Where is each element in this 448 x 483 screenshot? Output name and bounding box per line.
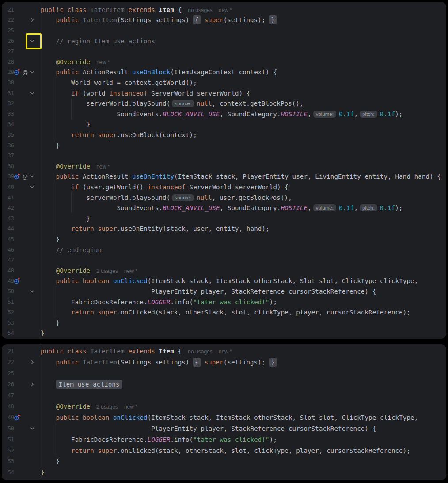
line-number[interactable]: 47 <box>4 392 14 399</box>
fold-chevron-down-icon[interactable] <box>30 426 35 430</box>
line-number[interactable]: 28 <box>4 59 14 65</box>
code-text[interactable]: public class TaterItem extends Item {no … <box>41 348 445 355</box>
line-number[interactable]: 52 <box>4 448 14 454</box>
fold-chevron-down-icon[interactable] <box>30 70 35 74</box>
code-text[interactable]: public TaterItem(Settings settings) { su… <box>41 359 445 366</box>
fold-chevron-right-icon[interactable] <box>30 17 34 23</box>
override-icon[interactable] <box>14 173 21 180</box>
code-text[interactable]: } <box>41 236 445 243</box>
line-number[interactable]: 46 <box>4 247 14 253</box>
code-text[interactable]: } <box>41 142 445 149</box>
line-number[interactable]: 33 <box>4 111 14 117</box>
line-number[interactable]: 44 <box>4 226 14 232</box>
code-text[interactable]: PlayerEntity player, StackReference curs… <box>41 425 445 432</box>
line-number[interactable]: 27 <box>4 48 14 54</box>
override-icon[interactable] <box>14 277 21 284</box>
code-text[interactable]: } <box>41 215 445 222</box>
token-keyword: null <box>197 194 212 201</box>
line-number[interactable]: 45 <box>4 236 14 242</box>
line-number[interactable]: 47 <box>4 257 14 263</box>
line-number[interactable]: 51 <box>4 299 14 305</box>
line-number[interactable]: 31 <box>4 90 14 96</box>
line-number[interactable]: 53 <box>4 320 14 326</box>
code-text[interactable]: return super.useOnBlock(context); <box>41 131 445 138</box>
code-text[interactable]: PlayerEntity player, StackReference curs… <box>41 288 445 295</box>
line-number[interactable]: 43 <box>4 215 14 222</box>
code-text[interactable]: } <box>41 330 445 337</box>
code-text[interactable]: SoundEvents.BLOCK_ANVIL_USE, SoundCatego… <box>41 111 445 118</box>
code-text[interactable]: return super.onClicked(stack, otherStack… <box>41 447 445 454</box>
code-text[interactable]: } <box>41 458 445 465</box>
line-number[interactable]: 35 <box>4 132 14 138</box>
code-text[interactable]: public boolean onClicked(ItemStack stack… <box>41 414 445 421</box>
code-text[interactable]: @Override2 usagesnew * <box>41 403 445 410</box>
fold-chevron-down-icon[interactable] <box>30 289 35 293</box>
code-text[interactable]: @Overridenew * <box>41 163 445 170</box>
fold-chevron-down-icon[interactable] <box>30 39 35 43</box>
code-text[interactable]: if (world instanceof ServerWorld serverW… <box>41 90 445 97</box>
line-number[interactable]: 26 <box>4 38 14 44</box>
line-number[interactable]: 36 <box>4 142 14 149</box>
code-text[interactable]: public ActionResult useOnEntity(ItemStac… <box>41 173 445 180</box>
line-number[interactable]: 34 <box>4 121 14 127</box>
fold-chevron-down-icon[interactable] <box>30 185 35 189</box>
annotation-icon[interactable]: @ <box>22 173 28 180</box>
line-number[interactable]: 22 <box>4 359 14 365</box>
line-number[interactable]: 26 <box>4 381 14 387</box>
code-text[interactable]: public boolean onClicked(ItemStack stack… <box>41 277 445 284</box>
line-number[interactable]: 50 <box>4 426 14 432</box>
line-number[interactable]: 22 <box>4 17 14 23</box>
code-text[interactable]: serverWorld.playSound(source:null, user.… <box>41 194 445 201</box>
override-icon[interactable] <box>14 69 21 76</box>
code-text[interactable]: if (user.getWorld() instanceof ServerWor… <box>41 184 445 191</box>
line-number[interactable]: 32 <box>4 100 14 107</box>
code-text[interactable]: FabricDocsReference.LOGGER.info("tater w… <box>41 436 445 443</box>
line-number[interactable]: 41 <box>4 195 14 201</box>
line-number[interactable]: 49 <box>4 278 14 284</box>
code-text[interactable]: @Override2 usagesnew * <box>41 267 445 274</box>
line-number[interactable]: 49 <box>4 414 14 421</box>
line-number[interactable]: 54 <box>4 469 14 475</box>
code-text[interactable]: World world = context.getWorld(); <box>41 79 445 86</box>
code-text[interactable]: } <box>41 319 445 326</box>
code-line: 45 } <box>2 234 446 245</box>
line-number[interactable]: 21 <box>4 348 14 354</box>
line-number[interactable]: 40 <box>4 184 14 190</box>
line-number[interactable]: 48 <box>4 268 14 274</box>
line-number[interactable]: 21 <box>4 7 14 13</box>
line-number[interactable]: 37 <box>4 153 14 159</box>
code-text[interactable]: public ActionResult useOnBlock(ItemUsage… <box>41 69 445 76</box>
line-number[interactable]: 54 <box>4 330 14 336</box>
code-text[interactable]: } <box>41 469 445 476</box>
code-text[interactable]: } <box>41 121 445 128</box>
line-number[interactable]: 29 <box>4 69 14 75</box>
line-number[interactable]: 48 <box>4 403 14 410</box>
code-text[interactable]: // region Item use actions <box>41 38 445 45</box>
code-text[interactable]: // endregion <box>41 246 445 253</box>
line-number[interactable]: 25 <box>4 370 14 376</box>
fold-chevron-down-icon[interactable] <box>30 175 35 179</box>
code-text[interactable]: return super.onClicked(stack, otherStack… <box>41 309 445 316</box>
code-text[interactable]: public class TaterItem extends Item {no … <box>41 6 445 13</box>
annotation-icon[interactable]: @ <box>22 69 28 76</box>
line-number[interactable]: 39 <box>4 173 14 180</box>
line-number[interactable]: 30 <box>4 80 14 86</box>
fold-chevron-right-icon[interactable] <box>30 360 34 365</box>
line-number[interactable]: 25 <box>4 27 14 34</box>
code-text[interactable]: @Overridenew * <box>41 58 445 65</box>
code-text[interactable]: SoundEvents.BLOCK_ANVIL_USE, SoundCatego… <box>41 204 445 211</box>
line-number[interactable]: 50 <box>4 288 14 295</box>
line-number[interactable]: 53 <box>4 458 14 464</box>
override-icon[interactable] <box>14 414 21 421</box>
fold-chevron-right-icon[interactable] <box>30 382 34 387</box>
code-text[interactable]: FabricDocsReference.LOGGER.info("tater w… <box>41 299 445 306</box>
fold-chevron-down-icon[interactable] <box>30 91 35 95</box>
code-text[interactable]: public TaterItem(Settings settings) { su… <box>41 16 445 23</box>
line-number[interactable]: 52 <box>4 309 14 315</box>
line-number[interactable]: 42 <box>4 205 14 211</box>
code-text[interactable]: return super.useOnEntity(stack, user, en… <box>41 225 445 232</box>
line-number[interactable]: 51 <box>4 437 14 443</box>
line-number[interactable]: 38 <box>4 163 14 169</box>
code-text[interactable]: Item use actions <box>41 381 445 388</box>
code-text[interactable]: serverWorld.playSound(source:null, conte… <box>41 100 445 107</box>
